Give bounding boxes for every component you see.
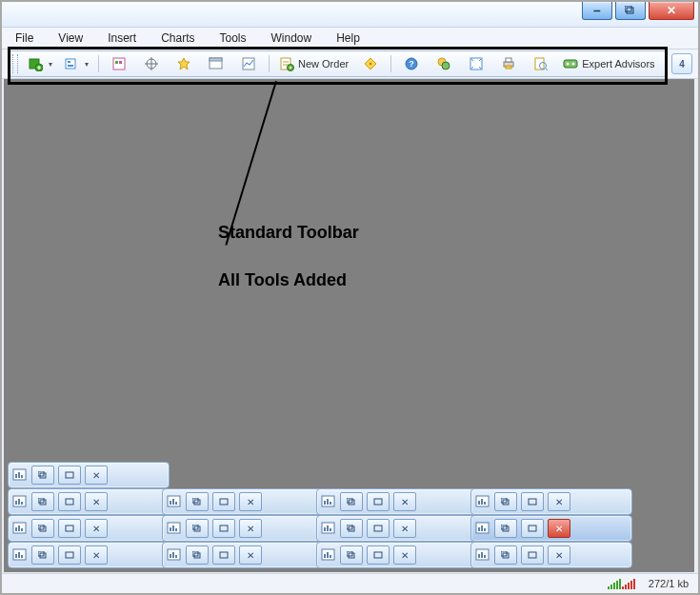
annotation-line2: All Tools Added — [218, 265, 359, 295]
mdi-maximize-button[interactable] — [521, 545, 544, 565]
svg-marker-11 — [178, 58, 190, 69]
svg-rect-97 — [18, 552, 20, 558]
expert-advisors-label: Expert Advisors — [582, 58, 654, 69]
menu-insert[interactable]: Insert — [102, 30, 142, 47]
terminal-button[interactable] — [202, 52, 230, 75]
print-button[interactable] — [494, 52, 523, 75]
mdi-restore-button[interactable] — [31, 519, 54, 538]
mdi-close-button[interactable]: ✕ — [393, 545, 416, 565]
menu-charts[interactable]: Charts — [155, 30, 200, 47]
mdi-maximize-button[interactable] — [367, 519, 390, 538]
mdi-window[interactable]: ✕ — [470, 515, 632, 542]
mdi-close-button[interactable]: ✕ — [239, 492, 262, 511]
mdi-close-button[interactable]: ✕ — [548, 492, 570, 511]
mdi-close-button[interactable]: ✕ — [85, 492, 108, 511]
svg-rect-8 — [115, 61, 118, 64]
market-watch-icon — [111, 56, 127, 71]
mdi-window[interactable]: ✕ — [316, 515, 478, 542]
strategy-tester-button[interactable] — [234, 52, 263, 75]
chart-icon — [475, 521, 490, 536]
data-window-button[interactable] — [170, 52, 198, 75]
menu-help[interactable]: Help — [330, 30, 366, 47]
mdi-close-button[interactable]: ✕ — [548, 545, 570, 565]
mdi-window[interactable]: ✕ — [162, 542, 324, 568]
menu-view[interactable]: View — [52, 30, 89, 47]
close-button[interactable]: ✕ — [649, 2, 694, 20]
chart-icon — [12, 494, 28, 509]
mdi-window[interactable]: ✕ — [470, 542, 632, 568]
mdi-maximize-button[interactable] — [212, 492, 235, 511]
market-watch-button[interactable] — [105, 52, 133, 75]
svg-point-18 — [370, 63, 371, 65]
traffic-label: 272/1 kb — [649, 578, 689, 589]
svg-rect-27 — [535, 58, 544, 69]
mdi-cluster: ✕✕✕✕✕✕✕✕✕✕✕✕✕ — [8, 462, 627, 568]
mdi-window[interactable]: ✕ — [162, 488, 324, 515]
menu-file[interactable]: File — [10, 30, 39, 47]
mdi-close-button[interactable]: ✕ — [548, 519, 570, 538]
metaquotes-button[interactable] — [356, 52, 385, 75]
menu-tools[interactable]: Tools — [214, 30, 252, 47]
mdi-restore-button[interactable] — [186, 519, 209, 538]
alerts-badge[interactable]: 4 — [671, 53, 692, 74]
options-button[interactable] — [430, 52, 458, 75]
mdi-maximize-button[interactable] — [521, 519, 544, 538]
mdi-close-button[interactable]: ✕ — [393, 519, 416, 538]
mdi-maximize-button[interactable] — [212, 545, 235, 565]
svg-rect-42 — [21, 502, 23, 505]
status-bar: 272/1 kb — [2, 573, 698, 593]
fullscreen-button[interactable] — [462, 52, 490, 75]
mdi-close-button[interactable]: ✕ — [85, 466, 108, 485]
chart-icon — [475, 494, 490, 509]
mdi-window[interactable]: ✕ — [470, 488, 632, 515]
help-button[interactable]: ? — [397, 52, 426, 75]
new-chart-button[interactable]: ▾ — [24, 52, 56, 75]
mdi-close-button[interactable]: ✕ — [393, 492, 416, 511]
expert-advisors-button[interactable]: Expert Advisors — [559, 52, 661, 75]
profiles-button[interactable]: ▾ — [60, 52, 92, 75]
mdi-window[interactable]: ✕ — [8, 462, 170, 488]
mdi-maximize-button[interactable] — [58, 492, 81, 511]
mdi-close-button[interactable]: ✕ — [85, 545, 108, 565]
svg-rect-41 — [18, 499, 20, 505]
mdi-window[interactable]: ✕ — [8, 488, 170, 515]
mdi-restore-button[interactable] — [186, 492, 209, 511]
mdi-window[interactable]: ✕ — [316, 542, 478, 568]
title-bar: ‒ ✕ — [2, 2, 698, 28]
print-preview-button[interactable] — [527, 52, 555, 75]
mdi-restore-button[interactable] — [31, 492, 54, 511]
svg-rect-80 — [220, 526, 228, 531]
mdi-restore-button[interactable] — [186, 545, 209, 565]
new-order-button[interactable]: New Order — [275, 52, 352, 75]
mdi-restore-button[interactable] — [494, 545, 517, 565]
mdi-maximize-button[interactable] — [521, 492, 544, 511]
mdi-window[interactable]: ✕ — [316, 488, 478, 515]
svg-rect-111 — [327, 552, 329, 558]
restore-button[interactable] — [615, 2, 646, 20]
mdi-window[interactable]: ✕ — [162, 515, 324, 542]
mdi-maximize-button[interactable] — [367, 492, 390, 511]
mdi-close-button[interactable]: ✕ — [239, 519, 262, 538]
mdi-window[interactable]: ✕ — [8, 515, 170, 542]
mdi-close-button[interactable]: ✕ — [239, 545, 262, 565]
mdi-restore-button[interactable] — [340, 519, 363, 538]
mdi-maximize-button[interactable] — [58, 545, 81, 565]
svg-rect-5 — [68, 61, 70, 63]
mdi-maximize-button[interactable] — [58, 466, 81, 485]
mdi-window[interactable]: ✕ — [8, 542, 170, 568]
mdi-restore-button[interactable] — [494, 492, 517, 511]
mdi-restore-button[interactable] — [340, 545, 363, 565]
mdi-maximize-button[interactable] — [367, 545, 390, 565]
chart-icon — [475, 547, 490, 563]
toolbar-grip[interactable] — [12, 54, 18, 73]
menu-window[interactable]: Window — [266, 30, 318, 47]
minimize-button[interactable]: ‒ — [582, 2, 612, 20]
mdi-restore-button[interactable] — [31, 466, 54, 485]
mdi-maximize-button[interactable] — [58, 519, 81, 538]
mdi-restore-button[interactable] — [340, 492, 363, 511]
mdi-restore-button[interactable] — [31, 545, 54, 565]
mdi-restore-button[interactable] — [494, 519, 517, 538]
navigator-button[interactable] — [137, 52, 166, 75]
mdi-maximize-button[interactable] — [212, 519, 235, 538]
mdi-close-button[interactable]: ✕ — [85, 519, 108, 538]
